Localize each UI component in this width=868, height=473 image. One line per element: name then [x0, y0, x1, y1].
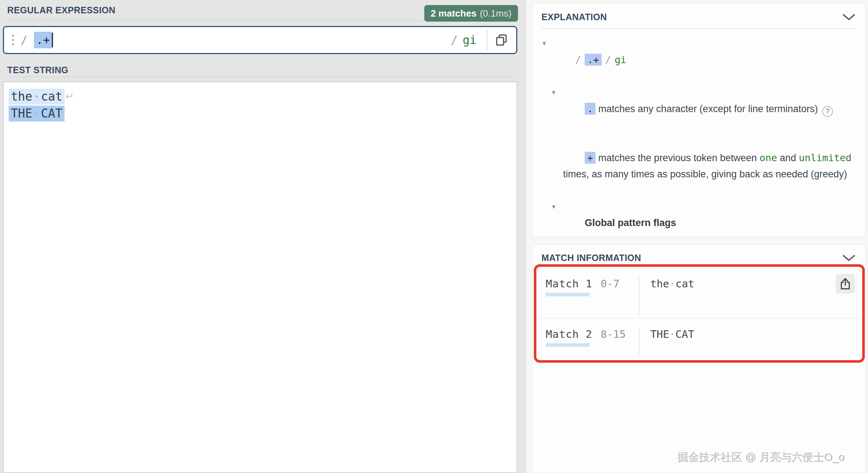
space-dot: ·: [32, 88, 41, 105]
export-icon: [840, 278, 851, 290]
test-word: CAT: [41, 105, 62, 122]
explanation-collapse-button[interactable]: [841, 12, 857, 22]
match-highlight-2: THE·CAT: [9, 106, 65, 121]
match-value: the·cat: [650, 278, 694, 290]
export-button[interactable]: [836, 274, 855, 293]
collapse-triangle-icon[interactable]: ▼: [551, 199, 557, 215]
pattern-open-delim: /: [575, 54, 581, 65]
match-row-2: Match 2 8-15 THE·CAT: [536, 318, 862, 358]
match-info-collapse-button[interactable]: [841, 253, 857, 263]
watermark-text: 掘金技术社区 @ 月亮与六便士O_o: [678, 450, 845, 465]
copy-icon: [495, 33, 509, 47]
match-row-1: Match 1 0-7 the·cat: [536, 267, 862, 318]
space-dot: ·: [669, 328, 675, 340]
space-dot: ·: [32, 105, 41, 122]
copy-button[interactable]: [487, 27, 516, 53]
match-time-text: (0.1ms): [480, 8, 511, 19]
code-one: one: [760, 152, 777, 163]
test-line-1: the·cat ↵: [9, 88, 511, 105]
dot-description: matches any character (except for line t…: [595, 103, 818, 114]
match-word: THE: [650, 328, 669, 340]
test-line-2: THE·CAT: [9, 105, 511, 122]
flags-group-title: Global pattern flags: [585, 217, 676, 228]
regex-flags[interactable]: gi: [462, 33, 477, 47]
collapse-triangle-icon[interactable]: ▼: [551, 84, 557, 101]
explanation-dot-row: ▼. matches any character (except for lin…: [541, 84, 857, 133]
results-panel: EXPLANATION ▼/.+/gi ▼. matches any chara…: [526, 0, 868, 473]
match-label: Match 1: [546, 278, 601, 290]
plus-description-before: matches the previous token between: [595, 152, 760, 163]
match-row-divider: [639, 276, 639, 315]
match-label: Match 2: [546, 328, 601, 340]
space-dot: ·: [669, 278, 675, 290]
pattern-close-delim: /: [605, 54, 611, 65]
match-range: 0-7: [601, 278, 635, 290]
match-color-bar: [546, 293, 590, 296]
match-count-text: 2 matches: [431, 8, 477, 19]
help-icon[interactable]: ?: [822, 106, 833, 117]
match-range: 8-15: [601, 328, 635, 340]
match-count-badge: 2 matches (0.1ms): [424, 5, 518, 22]
test-word: THE: [11, 105, 32, 122]
match-word: cat: [676, 278, 694, 290]
pattern-flags: gi: [615, 54, 626, 65]
regex-header-divider: [7, 20, 436, 21]
match-word: CAT: [676, 328, 694, 340]
explanation-pattern-row: ▼/.+/gi: [541, 35, 857, 84]
chevron-down-icon: [842, 255, 855, 262]
test-word: the: [11, 88, 32, 105]
regex-pattern-text[interactable]: .+: [34, 32, 52, 48]
explanation-plus-row: + matches the previous token between one…: [541, 133, 857, 199]
match-information-card: MATCH INFORMATION Match 1: [532, 244, 866, 473]
dot-token: .: [585, 103, 595, 115]
test-string-header-divider: [7, 76, 517, 77]
flags-group-title-row: ▼Global pattern flags: [541, 199, 857, 247]
regex-open-delimiter: /: [21, 33, 27, 47]
code-unlimited: unlimited: [799, 152, 851, 163]
annotation-red-box: Match 1 0-7 the·cat Match 2 8-15 THE·CAT: [534, 264, 865, 363]
test-string-editor[interactable]: the·cat ↵ THE·CAT: [3, 81, 517, 473]
explanation-title: EXPLANATION: [541, 12, 607, 22]
pattern-token: .+: [585, 54, 602, 66]
explanation-divider: [541, 28, 857, 29]
match-highlight-1: the·cat: [9, 89, 65, 105]
match-information-title: MATCH INFORMATION: [541, 253, 641, 263]
regular-expression-title: REGULAR EXPRESSION: [7, 5, 115, 16]
plus-token: +: [585, 152, 595, 164]
editor-panel: REGULAR EXPRESSION 2 matches (0.1ms) / .…: [0, 0, 526, 473]
regex-close-delimiter: /: [451, 33, 457, 47]
match-color-bar: [546, 343, 590, 347]
plus-description-and: and: [777, 152, 799, 163]
collapse-triangle-icon[interactable]: ▼: [541, 35, 547, 52]
match-value: THE·CAT: [650, 328, 694, 340]
regex-input[interactable]: / .+ / gi: [3, 26, 517, 54]
match-row-divider: [639, 327, 639, 355]
explanation-card: EXPLANATION ▼/.+/gi ▼. matches any chara…: [532, 4, 866, 237]
match-word: the: [650, 278, 669, 290]
newline-symbol: ↵: [65, 88, 74, 105]
test-word: cat: [41, 88, 62, 105]
test-string-title: TEST STRING: [7, 65, 68, 75]
chevron-down-icon: [842, 14, 855, 21]
drag-handle-icon[interactable]: [12, 35, 14, 45]
